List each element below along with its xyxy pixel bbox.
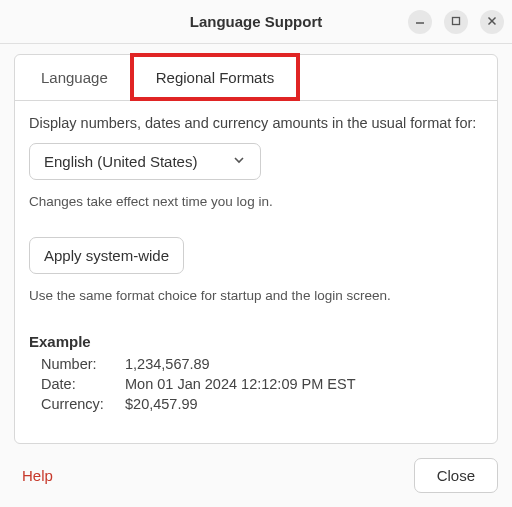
apply-note: Use the same format choice for startup a… [29, 288, 483, 303]
maximize-icon [450, 13, 462, 31]
maximize-button[interactable] [444, 10, 468, 34]
example-grid: Number: 1,234,567.89 Date: Mon 01 Jan 20… [29, 356, 483, 412]
close-icon [486, 13, 498, 31]
help-label: Help [22, 467, 53, 484]
apply-system-wide-button[interactable]: Apply system-wide [29, 237, 184, 274]
chevron-down-icon [232, 153, 246, 170]
content-area: Language Regional Formats Display number… [0, 44, 512, 444]
tab-language[interactable]: Language [19, 55, 130, 100]
svg-rect-1 [453, 17, 460, 24]
login-note: Changes take effect next time you log in… [29, 194, 483, 209]
tab-regional-formats[interactable]: Regional Formats [130, 53, 300, 101]
tab-bar: Language Regional Formats [15, 55, 497, 101]
locale-selected-value: English (United States) [44, 153, 197, 170]
tab-frame: Language Regional Formats Display number… [14, 54, 498, 444]
example-currency-label: Currency: [41, 396, 125, 412]
example-heading: Example [29, 333, 483, 350]
help-link[interactable]: Help [22, 467, 53, 484]
tab-regional-formats-label: Regional Formats [156, 69, 274, 86]
language-support-window: Language Support Langua [0, 0, 512, 507]
example-date-value: Mon 01 Jan 2024 12:12:09 PM EST [125, 376, 483, 392]
example-currency-value: $20,457.99 [125, 396, 483, 412]
example-number-value: 1,234,567.89 [125, 356, 483, 372]
regional-formats-panel: Display numbers, dates and currency amou… [15, 101, 497, 426]
format-prompt: Display numbers, dates and currency amou… [29, 115, 483, 131]
close-window-button[interactable] [480, 10, 504, 34]
window-title: Language Support [190, 13, 323, 30]
example-number-label: Number: [41, 356, 125, 372]
example-date-label: Date: [41, 376, 125, 392]
apply-system-wide-label: Apply system-wide [44, 247, 169, 264]
minimize-button[interactable] [408, 10, 432, 34]
minimize-icon [414, 13, 426, 31]
tab-language-label: Language [41, 69, 108, 86]
close-button[interactable]: Close [414, 458, 498, 493]
close-label: Close [437, 467, 475, 484]
window-controls [408, 10, 504, 34]
dialog-footer: Help Close [0, 444, 512, 507]
locale-dropdown[interactable]: English (United States) [29, 143, 261, 180]
titlebar: Language Support [0, 0, 512, 44]
